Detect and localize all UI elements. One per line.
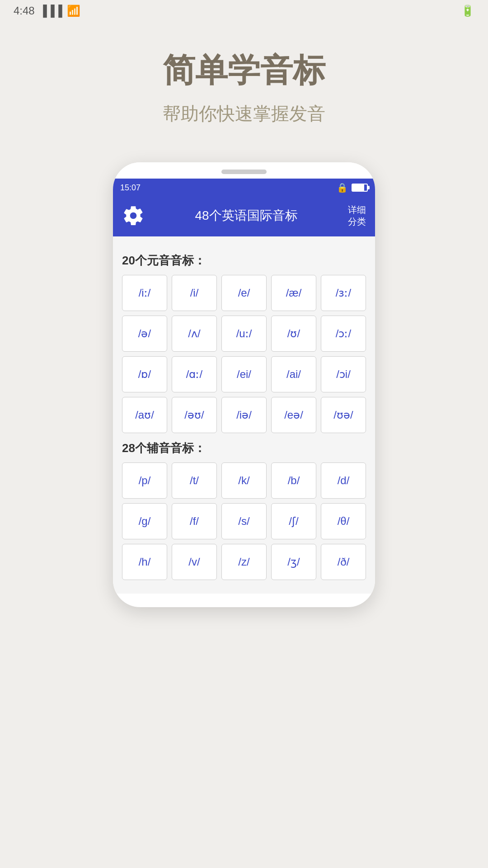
- phone-speaker: [221, 170, 267, 174]
- app-subtitle: 帮助你快速掌握发音: [163, 101, 325, 126]
- vowel-btn-3[interactable]: /æ/: [271, 275, 316, 311]
- phone-header-title: 48个英语国际音标: [145, 207, 348, 224]
- vowel-btn-0[interactable]: /iː/: [122, 275, 167, 311]
- vowel-btn-1[interactable]: /i/: [172, 275, 217, 311]
- vowel-btn-13[interactable]: /ai/: [271, 356, 316, 392]
- battery-icon: 🔋: [461, 5, 474, 17]
- phone-time: 15:07: [120, 183, 141, 193]
- vowel-btn-8[interactable]: /ʊ/: [271, 316, 316, 352]
- status-time: 4:48: [14, 5, 35, 17]
- consonants-grid: /p//t//k//b//d//g//f//s//ʃ//θ//h//v//z//…: [122, 462, 366, 580]
- phone-top-bar: [113, 162, 375, 179]
- consonants-section-title: 28个辅音音标：: [122, 440, 366, 456]
- phone-header: 48个英语国际音标 详细分类: [113, 197, 375, 236]
- vowel-btn-17[interactable]: /iə/: [221, 397, 267, 433]
- phone-battery-icon: [352, 184, 368, 192]
- consonant-btn-3[interactable]: /b/: [271, 462, 316, 499]
- signal-icon: ▐▐▐: [39, 5, 62, 17]
- phone-mockup: 15:07 🔒 48个英语国际音标 详细分类 20个元音音标： /iː//i//…: [113, 162, 375, 607]
- phone-lock-icon: 🔒: [337, 182, 348, 193]
- vowel-btn-14[interactable]: /ɔi/: [321, 356, 366, 392]
- consonant-btn-1[interactable]: /t/: [172, 462, 217, 499]
- vowel-btn-12[interactable]: /ei/: [221, 356, 267, 392]
- consonant-btn-12[interactable]: /z/: [221, 544, 267, 580]
- vowel-btn-15[interactable]: /aʊ/: [122, 397, 167, 433]
- vowel-btn-7[interactable]: /uː/: [221, 316, 267, 352]
- status-right: 🔋: [461, 5, 474, 17]
- consonant-btn-11[interactable]: /v/: [172, 544, 217, 580]
- vowel-btn-5[interactable]: /ə/: [122, 316, 167, 352]
- phone-content: 20个元音音标： /iː//i//e//æ//ɜː//ə//ʌ//uː//ʊ//…: [113, 236, 375, 594]
- consonant-btn-0[interactable]: /p/: [122, 462, 167, 499]
- phone-header-detail[interactable]: 详细分类: [348, 204, 366, 227]
- consonant-btn-13[interactable]: /ʒ/: [271, 544, 316, 580]
- vowel-btn-2[interactable]: /e/: [221, 275, 267, 311]
- vowel-btn-6[interactable]: /ʌ/: [172, 316, 217, 352]
- vowel-btn-9[interactable]: /ɔː/: [321, 316, 366, 352]
- settings-icon[interactable]: [122, 204, 145, 227]
- consonant-btn-14[interactable]: /ð/: [321, 544, 366, 580]
- consonant-btn-5[interactable]: /g/: [122, 503, 167, 539]
- wifi-icon: 📶: [67, 5, 80, 17]
- vowels-grid: /iː//i//e//æ//ɜː//ə//ʌ//uː//ʊ//ɔː//ɒ//ɑː…: [122, 275, 366, 433]
- phone-status-right: 🔒: [337, 182, 368, 193]
- consonant-btn-7[interactable]: /s/: [221, 503, 267, 539]
- phone-status-bar: 15:07 🔒: [113, 179, 375, 197]
- consonant-btn-10[interactable]: /h/: [122, 544, 167, 580]
- status-left: 4:48 ▐▐▐ 📶: [14, 5, 80, 17]
- vowel-btn-4[interactable]: /ɜː/: [321, 275, 366, 311]
- app-title: 简单学音标: [163, 49, 325, 92]
- consonant-btn-6[interactable]: /f/: [172, 503, 217, 539]
- consonant-btn-4[interactable]: /d/: [321, 462, 366, 499]
- consonant-btn-2[interactable]: /k/: [221, 462, 267, 499]
- vowels-section-title: 20个元音音标：: [122, 253, 366, 269]
- vowel-btn-18[interactable]: /eə/: [271, 397, 316, 433]
- vowel-btn-10[interactable]: /ɒ/: [122, 356, 167, 392]
- vowel-btn-16[interactable]: /əʊ/: [172, 397, 217, 433]
- consonant-btn-8[interactable]: /ʃ/: [271, 503, 316, 539]
- consonant-btn-9[interactable]: /θ/: [321, 503, 366, 539]
- vowel-btn-11[interactable]: /ɑː/: [172, 356, 217, 392]
- vowel-btn-19[interactable]: /ʊə/: [321, 397, 366, 433]
- outer-status-bar: 4:48 ▐▐▐ 📶 🔋: [0, 0, 488, 22]
